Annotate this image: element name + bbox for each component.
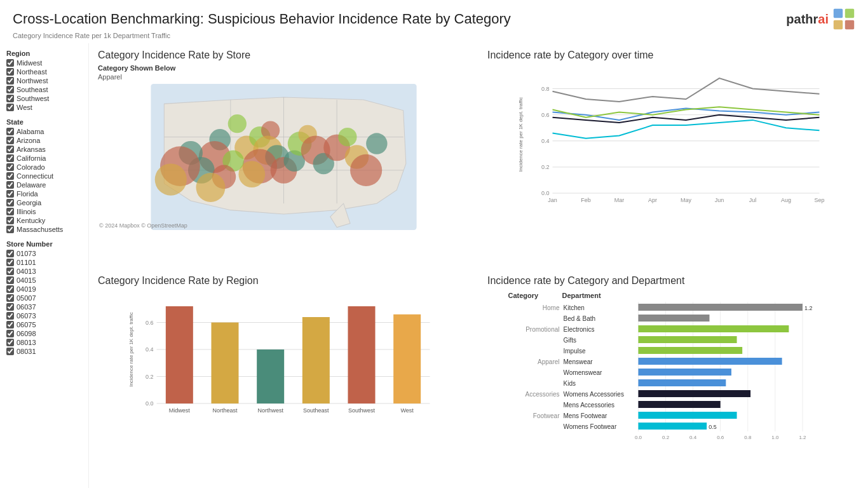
filter-checkbox[interactable] xyxy=(6,199,14,207)
bar xyxy=(212,323,239,404)
bar-chart-panel: Category Incidence Rate by Region 0.00.2… xyxy=(89,269,478,488)
svg-text:0.0: 0.0 xyxy=(146,400,154,407)
filter-checkbox[interactable] xyxy=(6,276,14,284)
filter-item: West xyxy=(6,103,82,112)
filter-checkbox[interactable] xyxy=(6,154,14,162)
filter-item: Kentucky xyxy=(6,216,82,225)
filter-label: 04013 xyxy=(17,268,36,275)
filter-checkbox[interactable] xyxy=(6,321,14,329)
dept-bar xyxy=(639,347,743,354)
filter-item: Connecticut xyxy=(6,172,82,180)
filter-checkbox[interactable] xyxy=(6,339,14,346)
logo-area: pathrai xyxy=(786,8,855,30)
svg-text:0.8: 0.8 xyxy=(744,435,752,440)
state-filters: AlabamaArizonaArkansasCaliforniaColorado… xyxy=(6,127,82,234)
line-chart-svg: 0.00.20.40.60.8JanFebMarAprMayJunJulAugS… xyxy=(487,66,859,219)
filter-item: 08031 xyxy=(6,347,82,356)
filter-label: Arkansas xyxy=(17,146,46,153)
filter-checkbox[interactable] xyxy=(6,181,14,189)
filter-item: 01101 xyxy=(6,258,82,267)
filter-checkbox[interactable] xyxy=(6,294,14,302)
state-filter-title: State xyxy=(6,118,82,126)
filter-item: 04015 xyxy=(6,276,82,285)
svg-text:Kitchen: Kitchen xyxy=(564,304,585,311)
filter-checkbox[interactable] xyxy=(6,285,14,293)
sidebar: Region MidwestNortheastNorthwestSoutheas… xyxy=(0,43,89,488)
filter-label: Northeast xyxy=(17,68,47,76)
svg-text:Sep: Sep xyxy=(814,197,824,203)
svg-text:Southeast: Southeast xyxy=(303,407,329,414)
dept-bar xyxy=(639,358,782,365)
filter-checkbox[interactable] xyxy=(6,303,14,311)
svg-text:0.0: 0.0 xyxy=(635,435,642,440)
filter-checkbox[interactable] xyxy=(6,268,14,275)
svg-text:Category: Category xyxy=(508,292,539,299)
filter-checkbox[interactable] xyxy=(6,348,14,355)
svg-text:Kids: Kids xyxy=(564,380,576,387)
svg-rect-1 xyxy=(845,9,854,18)
filter-checkbox[interactable] xyxy=(6,137,14,144)
svg-text:0.8: 0.8 xyxy=(541,86,550,92)
filter-checkbox[interactable] xyxy=(6,190,14,198)
filter-item: Southeast xyxy=(6,85,82,94)
svg-text:Department: Department xyxy=(562,292,601,299)
filter-checkbox[interactable] xyxy=(6,59,14,67)
svg-text:Electronics: Electronics xyxy=(564,326,595,333)
filter-checkbox[interactable] xyxy=(6,68,14,76)
filter-checkbox[interactable] xyxy=(6,163,14,171)
svg-text:Bed & Bath: Bed & Bath xyxy=(564,315,596,322)
filter-checkbox[interactable] xyxy=(6,146,14,153)
filter-label: Colorado xyxy=(17,163,45,171)
filter-label: 06098 xyxy=(17,330,36,337)
filter-checkbox[interactable] xyxy=(6,217,14,224)
filter-item: Delaware xyxy=(6,180,82,189)
filter-item: 01073 xyxy=(6,249,82,258)
map-bubble xyxy=(196,173,226,202)
filter-checkbox[interactable] xyxy=(6,95,14,102)
filter-item: Midwest xyxy=(6,58,82,67)
bar-chart-svg: 0.00.20.40.6Incidence rate per 1K dept. … xyxy=(98,289,470,429)
logo-text: pathrai xyxy=(786,12,829,27)
filter-checkbox[interactable] xyxy=(6,104,14,111)
filter-item: Colorado xyxy=(6,163,82,172)
filter-checkbox[interactable] xyxy=(6,250,14,257)
filter-checkbox[interactable] xyxy=(6,330,14,337)
svg-text:Southwest: Southwest xyxy=(348,407,376,414)
filter-item: 06037 xyxy=(6,302,82,311)
filter-checkbox[interactable] xyxy=(6,128,14,135)
svg-text:Apparel: Apparel xyxy=(538,358,559,365)
svg-text:0.4: 0.4 xyxy=(689,435,697,440)
filter-item: Southwest xyxy=(6,94,82,103)
filter-checkbox[interactable] xyxy=(6,226,14,233)
filter-checkbox[interactable] xyxy=(6,77,14,85)
svg-text:Mens Footwear: Mens Footwear xyxy=(564,412,608,419)
svg-text:Northeast: Northeast xyxy=(212,407,238,414)
filter-label: 08031 xyxy=(17,348,36,355)
filter-label: Delaware xyxy=(17,181,46,189)
filter-item: Florida xyxy=(6,189,82,198)
map-container: © 2024 Mapbox © OpenStreetMap xyxy=(98,84,470,230)
filter-checkbox[interactable] xyxy=(6,86,14,93)
svg-text:Womenswear: Womenswear xyxy=(564,369,603,376)
svg-text:Jul: Jul xyxy=(749,197,757,203)
dept-bar xyxy=(639,325,789,332)
logo-icon xyxy=(832,8,855,30)
line-series xyxy=(553,120,820,139)
filter-checkbox[interactable] xyxy=(6,208,14,215)
filter-checkbox[interactable] xyxy=(6,172,14,180)
svg-text:0.6: 0.6 xyxy=(541,112,550,118)
svg-text:Incidence rate per 1K dept. tr: Incidence rate per 1K dept. traffic xyxy=(518,97,524,172)
filter-checkbox[interactable] xyxy=(6,312,14,320)
filter-checkbox[interactable] xyxy=(6,259,14,266)
map-panel: Category Incidence Rate by Store Categor… xyxy=(89,43,478,269)
svg-text:0.0: 0.0 xyxy=(541,190,550,196)
line-chart-panel: Incidence rate by Category over time 0.0… xyxy=(478,43,868,269)
filter-item: Arkansas xyxy=(6,145,82,154)
filter-label: Southwest xyxy=(17,95,49,102)
filter-label: 08013 xyxy=(17,339,36,346)
map-svg xyxy=(98,84,470,230)
filter-label: Florida xyxy=(17,190,38,198)
svg-text:0.2: 0.2 xyxy=(146,374,154,380)
store-filters: 0107301101040130401504019050070603706073… xyxy=(6,249,82,356)
svg-text:Footwear: Footwear xyxy=(533,412,560,419)
